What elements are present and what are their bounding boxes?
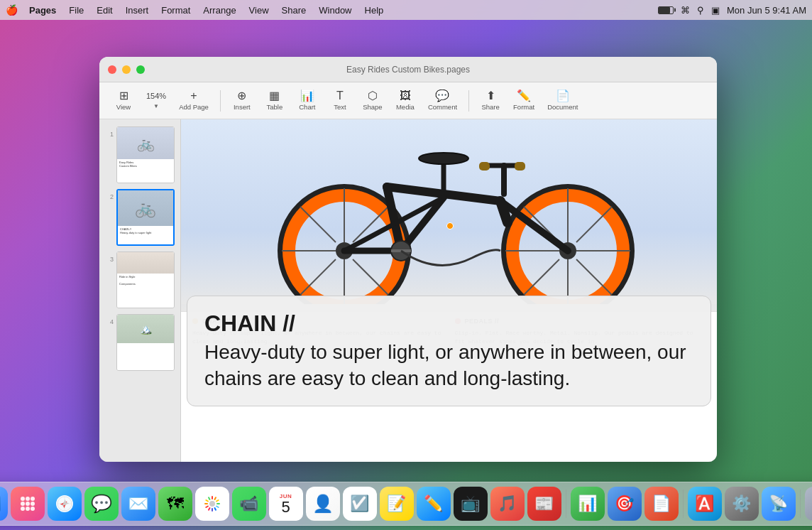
menubar-help[interactable]: Help [359,4,390,17]
freeform-icon: ✏️ [424,494,443,513]
dock-item-calendar[interactable]: JUN 5 [269,487,303,521]
thumb-3-content: Ride in StyleComponents [117,252,174,308]
dock-item-trash[interactable]: 🗑 [805,487,813,521]
thumb-3-text: Ride in StyleComponents [117,274,174,288]
numbers-icon: 📊 [578,494,597,513]
dock-item-appstore[interactable]: 🅰️ [688,487,722,521]
dock-item-music[interactable]: 🎵 [490,487,525,521]
menubar-status: ⌘ ⚲ ▣ Mon Jun 5 9:41 AM [658,5,806,16]
menubar-pages[interactable]: Pages [23,4,62,17]
dock-separator [566,490,566,518]
menubar-arrange[interactable]: Arrange [197,4,241,17]
desktop: Easy Rides Custom Bikes.pages ⊞ View 154… [0,20,812,473]
thumb-2-bike-icon: 🚲 [135,198,156,218]
thumb-3-image [117,252,174,274]
dock-item-maps[interactable]: 🗺 [158,487,192,521]
format-icon: ✏️ [517,90,531,102]
bike-svg [181,119,717,304]
page-thumb-2[interactable]: 🚲 CHAIN //Heavy-duty to super light [116,189,175,246]
share-button[interactable]: ⬆ Share [475,87,506,114]
calendar-day: 5 [281,499,290,515]
menubar-file[interactable]: File [63,4,89,17]
dock-item-contacts[interactable]: 👤 [306,487,340,521]
zoom-arrow-icon: ▼ [153,103,159,109]
chart-button[interactable]: 📊 Chart [292,87,323,114]
dock-item-pages[interactable]: 📄 [644,487,679,521]
insert-label: Insert [234,103,251,111]
callout-title: CHAIN // [204,310,693,337]
chain-callout[interactable]: CHAIN // Heavy-duty to super light, or a… [187,296,711,406]
dock-item-finder[interactable] [0,487,8,521]
page-content: CHAIN // Heavy-duty to super light, or a… [181,119,717,462]
dock-item-airdrop[interactable]: 📡 [762,487,796,521]
dock-item-facetime[interactable]: 📹 [232,487,266,521]
format-button[interactable]: ✏️ Format [508,87,540,114]
dock-item-safari[interactable] [48,487,82,521]
svg-point-51 [26,507,30,511]
view-button[interactable]: ⊞ View [108,87,139,114]
svg-point-31 [419,153,468,164]
svg-rect-68 [204,505,208,508]
insert-icon: ⊕ [237,90,246,102]
media-icon: 🖼 [400,90,411,102]
keynote-icon: 🎯 [615,494,634,513]
window-titlebar: Easy Rides Custom Bikes.pages [99,57,717,82]
svg-rect-63 [216,503,220,504]
facetime-icon: 📹 [239,494,258,513]
music-icon: 🎵 [498,494,517,513]
menubar-insert[interactable]: Insert [120,4,155,17]
menubar-window[interactable]: Window [313,4,357,17]
svg-rect-62 [215,499,219,502]
maximize-button[interactable] [136,65,145,74]
view-label: View [116,103,131,111]
dock-item-numbers[interactable]: 📊 [571,487,605,521]
minimize-button[interactable] [122,65,131,74]
media-button[interactable]: 🖼 Media [390,87,421,114]
text-button[interactable]: T Text [324,87,356,114]
comment-button[interactable]: 💬 Comment [422,87,463,114]
table-button[interactable]: ▦ Table [259,87,290,114]
dock-item-launchpad[interactable] [11,487,45,521]
close-button[interactable] [108,65,116,74]
page-thumb-4[interactable]: 🏔️ [116,314,175,371]
search-icon[interactable]: ⚲ [697,5,704,16]
insert-button[interactable]: ⊕ Insert [226,87,258,114]
dock-item-keynote[interactable]: 🎯 [608,487,642,521]
dock-item-reminders[interactable]: ☑️ [343,487,377,521]
share-icon: ⬆ [486,90,495,102]
svg-point-52 [31,507,35,511]
battery-icon [658,6,674,14]
dock-item-appletv[interactable]: 📺 [454,487,488,521]
apple-menu[interactable]: 🍎 [6,4,18,16]
page-thumb-3[interactable]: Ride in StyleComponents [116,252,175,308]
dock-item-systemprefs[interactable]: ⚙️ [725,487,759,521]
dock-item-messages[interactable]: 💬 [84,487,119,521]
svg-rect-67 [207,507,210,511]
dock-item-notes[interactable]: 📝 [380,487,414,521]
dock-item-mail[interactable]: ✉️ [121,487,155,521]
control-center-icon[interactable]: ▣ [711,5,720,16]
zoom-control[interactable]: 154% ▼ [141,89,172,112]
document-button[interactable]: 📄 Document [542,87,583,114]
thumb-4-content: 🏔️ [117,315,174,370]
window-controls [108,65,145,74]
dock-item-freeform[interactable]: ✏️ [417,487,451,521]
menubar-view[interactable]: View [243,4,275,17]
menubar-share[interactable]: Share [276,4,312,17]
media-label: Media [396,103,415,111]
toolbar-right-group: ⬆ Share ✏️ Format 📄 Document [475,87,583,114]
dock-item-photos[interactable] [195,487,229,521]
bike-image-area [181,119,717,311]
appstore-icon: 🅰️ [695,494,714,513]
add-page-button[interactable]: + Add Page [173,87,214,114]
menubar-format[interactable]: Format [155,4,196,17]
comment-icon: 💬 [435,90,449,102]
menubar-edit[interactable]: Edit [91,4,118,17]
toolbar-insert-group: ⊕ Insert ▦ Table 📊 Chart T Text ⬡ Sha [226,87,463,114]
page-thumb-1[interactable]: 🚲 Easy RidesCustom Bikes [116,126,175,183]
page-number-4: 4 [105,314,114,325]
dock-item-news[interactable]: 📰 [527,487,561,521]
shape-button[interactable]: ⬡ Shape [357,87,388,114]
document-canvas[interactable]: CHAIN // Heavy-duty to super light, or a… [181,119,717,462]
page-thumb-container-1: 1 🚲 Easy RidesCustom Bikes [105,126,175,183]
